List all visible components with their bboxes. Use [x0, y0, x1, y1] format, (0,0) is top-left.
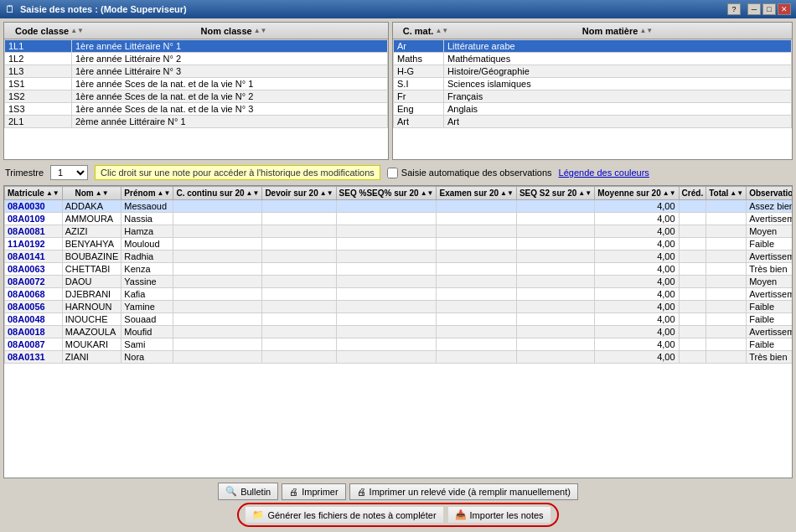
- matiere-row[interactable]: H-G Histoire/Géographie: [394, 65, 792, 78]
- cell-devoir[interactable]: [262, 225, 336, 238]
- grade-row[interactable]: 08A0048 INOUCHE Souaad 4,00 Faible: [5, 313, 793, 326]
- cell-cc[interactable]: [173, 301, 262, 313]
- grade-row[interactable]: 08A0087 MOUKARI Sami 4,00 Faible: [5, 338, 793, 351]
- sort-seq-icon[interactable]: ▲▼: [421, 189, 434, 197]
- class-row[interactable]: 1L1 1ère année Littéraire N° 1: [5, 40, 388, 53]
- grade-row[interactable]: 08A0056 HARNOUN Yamine 4,00 Faible: [5, 301, 793, 313]
- cell-cc[interactable]: [173, 251, 262, 263]
- cell-devoir[interactable]: [262, 351, 336, 364]
- sort-examen-icon[interactable]: ▲▼: [500, 189, 514, 197]
- cell-examen[interactable]: [437, 351, 516, 364]
- cell-seq2[interactable]: [516, 276, 594, 288]
- matiere-row[interactable]: Ar Littérature arabe: [394, 40, 792, 53]
- saisie-auto-checkbox[interactable]: [387, 168, 398, 178]
- cell-devoir[interactable]: [262, 238, 336, 251]
- cell-devoir[interactable]: [262, 338, 336, 351]
- generer-button[interactable]: 📁 Générer les fichiers de notes à complé…: [246, 507, 442, 523]
- cell-seq[interactable]: [336, 200, 437, 213]
- sort-seq2-icon[interactable]: ▲▼: [578, 189, 592, 197]
- legende-button[interactable]: Légende des couleurs: [559, 168, 649, 178]
- cell-examen[interactable]: [437, 251, 516, 263]
- cell-seq[interactable]: [336, 326, 437, 338]
- cell-seq[interactable]: [336, 238, 437, 251]
- sort-total-icon[interactable]: ▲▼: [730, 189, 743, 197]
- cell-cc[interactable]: [173, 326, 262, 338]
- sort-devoir-icon[interactable]: ▲▼: [320, 189, 333, 197]
- cell-examen[interactable]: [437, 288, 516, 301]
- grade-row[interactable]: 08A0141 BOUBAZINE Radhia 4,00 Avertissem…: [5, 251, 793, 263]
- cell-cc[interactable]: [173, 313, 262, 326]
- cell-seq2[interactable]: [516, 238, 594, 251]
- cell-seq2[interactable]: [516, 200, 594, 213]
- cell-seq2[interactable]: [516, 313, 594, 326]
- class-row[interactable]: 1S2 1ère année Sces de la nat. et de la …: [5, 90, 388, 103]
- class-row[interactable]: 1S3 1ère année Sces de la nat. et de la …: [5, 103, 388, 116]
- maximize-button[interactable]: □: [762, 3, 776, 15]
- imprimer-releve-button[interactable]: 🖨 Imprimer un relevé vide (à remplir man…: [349, 483, 578, 500]
- sort-icon-cmat[interactable]: ▲▼: [435, 27, 448, 34]
- grade-row[interactable]: 08A0081 AZIZI Hamza 4,00 Moyen: [5, 225, 793, 238]
- cell-seq2[interactable]: [516, 225, 594, 238]
- cell-cc[interactable]: [173, 351, 262, 364]
- cell-devoir[interactable]: [262, 288, 336, 301]
- cell-seq[interactable]: [336, 313, 437, 326]
- cell-examen[interactable]: [437, 326, 516, 338]
- matiere-row[interactable]: Eng Anglais: [394, 103, 792, 116]
- cell-seq[interactable]: [336, 276, 437, 288]
- cell-devoir[interactable]: [262, 213, 336, 225]
- cell-seq[interactable]: [336, 251, 437, 263]
- cell-devoir[interactable]: [262, 326, 336, 338]
- sort-icon-nom[interactable]: ▲▼: [254, 27, 267, 34]
- class-row[interactable]: 1L2 1ère année Littéraire N° 2: [5, 53, 388, 65]
- cell-devoir[interactable]: [262, 263, 336, 276]
- grade-row[interactable]: 08A0068 DJEBRANI Kafia 4,00 Avertissemen…: [5, 288, 793, 301]
- cell-seq2[interactable]: [516, 338, 594, 351]
- grade-table-scroll[interactable]: Matricule ▲▼ Nom ▲▼ Prén: [4, 186, 792, 478]
- cell-cc[interactable]: [173, 200, 262, 213]
- cell-cc[interactable]: [173, 225, 262, 238]
- cell-examen[interactable]: [437, 276, 516, 288]
- cell-examen[interactable]: [437, 238, 516, 251]
- class-row[interactable]: 2L1 2ème année Littéraire N° 1: [5, 116, 388, 128]
- trimestre-select[interactable]: 1 2 3: [50, 165, 88, 180]
- cell-devoir[interactable]: [262, 251, 336, 263]
- cell-examen[interactable]: [437, 313, 516, 326]
- matiere-row[interactable]: Fr Français: [394, 90, 792, 103]
- minimize-button[interactable]: ─: [747, 3, 761, 15]
- cell-cc[interactable]: [173, 213, 262, 225]
- cell-seq[interactable]: [336, 213, 437, 225]
- class-row[interactable]: 1L3 1ère année Littéraire N° 3: [5, 65, 388, 78]
- grade-row[interactable]: 08A0109 AMMOURA Nassia 4,00 Avertissemen…: [5, 213, 793, 225]
- sort-nom-icon[interactable]: ▲▼: [96, 189, 109, 197]
- sort-prenom-icon[interactable]: ▲▼: [158, 189, 171, 197]
- cell-cc[interactable]: [173, 288, 262, 301]
- cell-cc[interactable]: [173, 263, 262, 276]
- cell-examen[interactable]: [437, 200, 516, 213]
- cell-seq2[interactable]: [516, 288, 594, 301]
- grade-row[interactable]: 08A0131 ZIANI Nora 4,00 Très bien: [5, 351, 793, 364]
- matiere-table-scroll[interactable]: Ar Littérature arabe Maths Mathématiques…: [393, 39, 792, 159]
- sort-icon-nommat[interactable]: ▲▼: [639, 27, 653, 34]
- bulletin-button[interactable]: 🔍 Bulletin: [218, 483, 278, 500]
- matiere-row[interactable]: Maths Mathématiques: [394, 53, 792, 65]
- cell-seq[interactable]: [336, 225, 437, 238]
- cell-cc[interactable]: [173, 338, 262, 351]
- sort-moyenne-icon[interactable]: ▲▼: [663, 189, 676, 197]
- sort-icon-code[interactable]: ▲▼: [70, 27, 84, 34]
- cell-seq2[interactable]: [516, 326, 594, 338]
- sort-cc-icon[interactable]: ▲▼: [246, 189, 260, 197]
- cell-seq2[interactable]: [516, 213, 594, 225]
- cell-seq2[interactable]: [516, 251, 594, 263]
- cell-examen[interactable]: [437, 301, 516, 313]
- cell-devoir[interactable]: [262, 301, 336, 313]
- cell-seq[interactable]: [336, 301, 437, 313]
- cell-seq[interactable]: [336, 263, 437, 276]
- grade-row[interactable]: 08A0063 CHETTABI Kenza 4,00 Très bien: [5, 263, 793, 276]
- close-button[interactable]: ✕: [778, 3, 791, 15]
- sort-matricule-icon[interactable]: ▲▼: [46, 189, 59, 197]
- grade-row[interactable]: 08A0030 ADDAKA Messaoud 4,00 Assez bien: [5, 200, 793, 213]
- grade-row[interactable]: 08A0018 MAAZOULA Moufid 4,00 Avertisseme…: [5, 326, 793, 338]
- cell-examen[interactable]: [437, 225, 516, 238]
- cell-cc[interactable]: [173, 276, 262, 288]
- imprimer-button[interactable]: 🖨 Imprimer: [282, 483, 345, 500]
